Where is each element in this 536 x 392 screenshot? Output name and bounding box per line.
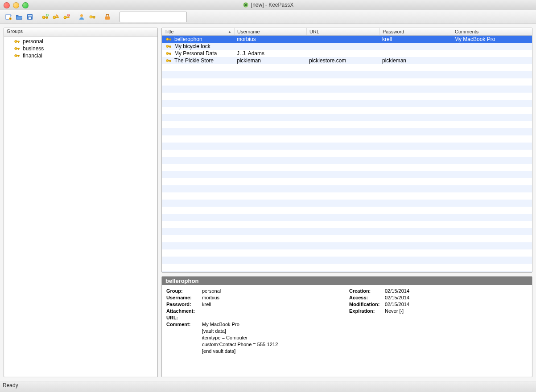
cell-password: pickleman [379,57,452,64]
svg-rect-9 [46,17,47,19]
svg-rect-26 [18,48,19,50]
key-icon [165,43,172,49]
save-db-button[interactable] [25,12,35,22]
groups-panel: Groups personalbusinessfinancial [4,28,158,377]
empty-row [162,157,532,164]
groups-tree: personalbusinessfinancial [4,37,157,61]
empty-row [162,221,532,228]
table-row[interactable]: My Personal DataJ. J. Adams [162,50,532,57]
empty-row [162,107,532,114]
empty-row [162,200,532,207]
empty-row [162,178,532,185]
comment-line: custom:Contact Phone = 555-1212 [202,341,349,348]
empty-row [162,185,532,192]
value-access: 02/15/2014 [385,294,456,301]
zoom-icon[interactable] [22,2,29,8]
empty-row [162,86,532,93]
key-icon [165,36,172,42]
cell-title: bellerophon [174,36,202,42]
cell-url: picklestore.com [306,57,379,64]
groups-header: Groups [4,28,157,37]
cell-username: J. J. Adams [234,50,306,57]
add-entry-button[interactable] [40,12,50,22]
comment-line: itemtype = Computer [202,335,349,341]
svg-rect-41 [170,60,171,62]
copy-password-button[interactable] [87,12,97,22]
app-window: [new] - KeePassX [0,0,536,392]
empty-row [162,207,532,214]
empty-row [162,114,532,121]
key-icon [165,50,172,57]
svg-rect-12 [55,17,58,18]
svg-rect-14 [66,17,69,18]
empty-row [162,264,532,271]
group-label: business [23,45,44,52]
svg-rect-35 [170,46,171,48]
group-item[interactable]: personal [4,38,157,45]
empty-row [162,235,532,242]
svg-rect-5 [28,15,32,16]
table-row[interactable]: The Pickle Storepicklemanpicklestore.com… [162,57,532,64]
comment-line: [end vault data] [202,348,349,355]
search-input[interactable] [120,12,187,22]
empty-row [162,271,532,272]
label-group: Group: [166,288,202,294]
group-label: personal [23,38,43,45]
details-panel: bellerophon Group:personal Username:morb… [161,276,532,377]
window-controls [4,2,29,8]
empty-row [162,192,532,200]
empty-row [162,228,532,235]
copy-username-button[interactable] [77,12,87,22]
empty-row [162,242,532,249]
empty-row [162,128,532,135]
empty-row [162,64,532,71]
value-group: personal [202,288,349,294]
cell-title: My bicycle lock [174,43,210,49]
column-header-password[interactable]: Password [379,28,452,35]
window-title: [new] - KeePassX [251,2,293,8]
svg-rect-38 [170,53,171,55]
column-header-url[interactable]: URL [306,28,379,35]
empty-row [162,249,532,257]
label-modification: Modification: [349,301,385,308]
value-password: krell [202,301,349,308]
group-item[interactable]: financial [4,52,157,59]
key-icon [165,57,172,64]
empty-row [162,78,532,86]
empty-row [162,93,532,100]
column-header-title[interactable]: Title ▲ [162,28,234,35]
close-icon[interactable] [4,2,10,8]
label-url: URL: [166,314,202,321]
status-text: Ready [3,382,18,388]
empty-row [162,143,532,150]
label-access: Access: [349,294,385,301]
label-attachment: Attachment: [166,308,202,314]
empty-row [162,164,532,171]
lock-db-button[interactable] [103,12,112,22]
group-item[interactable]: business [4,45,157,52]
column-header-username[interactable]: Username [234,28,306,35]
svg-rect-23 [18,41,19,43]
empty-row [162,171,532,178]
key-icon [14,38,20,45]
group-label: financial [23,53,42,59]
label-username: Username: [166,294,202,301]
new-db-button[interactable] [4,12,13,22]
label-password: Password: [166,301,202,308]
right-column: Title ▲ Username URL Password Comments b… [161,28,532,377]
minimize-icon[interactable] [13,2,19,8]
table-row[interactable]: bellerophonmorbiuskrellMy MacBook Pro [162,36,532,43]
delete-entry-button[interactable] [62,12,71,22]
table-row[interactable]: My bicycle lock [162,43,532,50]
empty-row [162,214,532,221]
empty-row [162,150,532,157]
value-expiration: Never [-] [385,308,456,314]
cell-username: pickleman [234,57,306,64]
open-db-button[interactable] [14,12,24,22]
sort-asc-icon: ▲ [228,30,231,34]
app-icon [243,2,249,8]
svg-point-16 [80,14,83,17]
column-header-comments[interactable]: Comments [452,28,532,35]
edit-entry-button[interactable] [51,12,61,22]
svg-rect-29 [18,55,19,57]
